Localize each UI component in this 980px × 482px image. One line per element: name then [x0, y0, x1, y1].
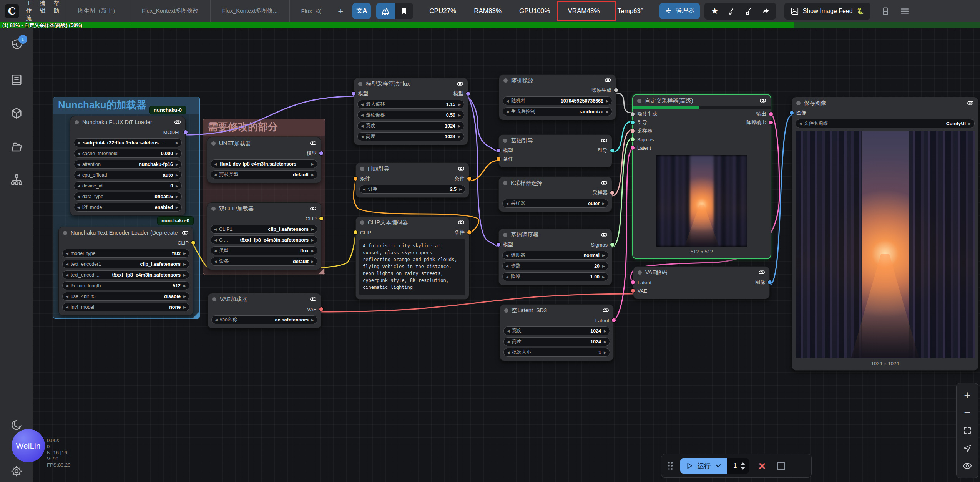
zoom-in-icon[interactable]: +: [959, 386, 976, 404]
collapse-dot[interactable]: [75, 120, 79, 124]
widget-arrow-left[interactable]: ◀: [214, 173, 217, 177]
pin-link-icon[interactable]: [310, 206, 317, 211]
widget-C ...[interactable]: ◀C ...t5xxl_fp8_e4m3fn.safetensors▶: [211, 235, 317, 244]
node-custom-sampler-adv[interactable]: 自定义采样器(高级)噪波生成输出引导降噪输出采样器SigmasLatent512…: [632, 94, 771, 259]
weilin-avatar-button[interactable]: WeiLin: [12, 429, 45, 462]
widget-vae名称[interactable]: ◀vae名称ae.safetensors▶: [211, 315, 317, 324]
input-slot-模型[interactable]: 模型: [497, 147, 513, 154]
output-slot-CLIP[interactable]: CLIP: [306, 216, 323, 222]
settings-gear-icon[interactable]: [8, 463, 25, 480]
widget-arrow-right[interactable]: ▶: [606, 110, 609, 114]
widget-arrow-left[interactable]: ◀: [215, 318, 218, 322]
pin-link-icon[interactable]: [602, 308, 609, 313]
widget-arrow-right[interactable]: ▶: [311, 227, 314, 231]
collapse-dot[interactable]: [638, 270, 642, 275]
widget-arrow-left[interactable]: ◀: [77, 162, 80, 166]
drag-handle-icon[interactable]: [668, 461, 673, 470]
widget-生成后控制[interactable]: ◀生成后控制randomize▶: [503, 107, 612, 116]
widget-高度[interactable]: ◀高度1024▶: [357, 132, 464, 141]
widget-arrow-right[interactable]: ▶: [176, 195, 178, 199]
star-icon[interactable]: ★: [707, 3, 723, 19]
widget-arrow-left[interactable]: ◀: [77, 205, 80, 209]
pin-link-icon[interactable]: [182, 230, 189, 235]
widget-arrow-left[interactable]: ◀: [66, 273, 68, 277]
widget-arrow-left[interactable]: ◀: [66, 305, 68, 309]
widget-arrow-right[interactable]: ▶: [458, 124, 461, 128]
select-cursor-icon[interactable]: [959, 439, 976, 457]
new-tab-button[interactable]: +: [332, 0, 349, 22]
input-slot-采样器[interactable]: 采样器: [631, 128, 652, 134]
output-slot-降噪输出[interactable]: 降噪输出: [746, 119, 773, 126]
collapse-dot[interactable]: [63, 231, 67, 235]
node-title-bar[interactable]: VAE加载器: [208, 293, 321, 305]
widget-降噪[interactable]: ◀降噪1.00▶: [502, 272, 608, 281]
node-title-bar[interactable]: VAE解码: [633, 267, 769, 278]
pin-link-icon[interactable]: [601, 138, 608, 143]
widget-arrow-left[interactable]: ◀: [506, 264, 508, 268]
node-title-bar[interactable]: Nunchaku Text Encoder Loader (Deprecated…: [59, 227, 193, 239]
node-title-bar[interactable]: Flux引导: [356, 163, 469, 174]
widget-arrow-right[interactable]: ▶: [311, 173, 314, 177]
output-slot-噪波生成[interactable]: 噪波生成: [591, 87, 618, 94]
widget-arrow-left[interactable]: ◀: [506, 99, 509, 103]
widget-arrow-right[interactable]: ▶: [183, 305, 186, 309]
widget-设备[interactable]: ◀设备default▶: [211, 257, 317, 266]
menu-item-1[interactable]: 编辑: [38, 0, 47, 22]
hamburger-menu-icon[interactable]: [897, 3, 913, 19]
pin-link-icon[interactable]: [310, 141, 317, 146]
widget-use_4bit_t5[interactable]: ◀use_4bit_t5disable▶: [62, 292, 189, 301]
stop-button[interactable]: [775, 462, 787, 470]
widget-arrow-left[interactable]: ◀: [363, 187, 365, 191]
widget-model_type[interactable]: ◀model_typeflux▶: [62, 249, 189, 258]
widget-arrow-left[interactable]: ◀: [506, 202, 508, 205]
node-ksampler-select[interactable]: K采样器选择采样器◀采样器euler▶: [498, 177, 612, 212]
widget-i2f_mode[interactable]: ◀i2f_modeenabled▶: [74, 203, 182, 212]
widget-attention[interactable]: ◀attentionnunchaku-fp16▶: [74, 160, 182, 169]
widget-arrow-right[interactable]: ▶: [458, 135, 461, 139]
widget-arrow-left[interactable]: ◀: [507, 351, 510, 354]
widget-data_type[interactable]: ◀data_typebfloat16▶: [74, 192, 182, 201]
collapse-dot[interactable]: [212, 297, 216, 301]
widget-arrow-right[interactable]: ▶: [602, 202, 605, 205]
output-slot-条件[interactable]: 条件: [455, 229, 471, 236]
pin-link-icon[interactable]: [458, 166, 465, 171]
widget-步数[interactable]: ◀步数20▶: [502, 262, 608, 270]
widget-arrow-right[interactable]: ▶: [311, 249, 314, 253]
input-slot-Latent[interactable]: Latent: [631, 145, 651, 151]
widget-arrow-left[interactable]: ◀: [506, 275, 508, 279]
pin-link-icon[interactable]: [601, 180, 608, 186]
widget-arrow-right[interactable]: ▶: [968, 122, 971, 126]
pin-link-icon[interactable]: [758, 270, 765, 275]
widget-cache_threshold[interactable]: ◀cache_threshold0.000▶: [74, 149, 182, 158]
widget-宽度[interactable]: ◀宽度1024▶: [503, 326, 610, 335]
widget-arrow-right[interactable]: ▶: [458, 113, 461, 117]
widget-arrow-left[interactable]: ◀: [361, 103, 364, 106]
model-library-icon[interactable]: [8, 105, 25, 122]
widget-基础偏移[interactable]: ◀基础偏移0.50▶: [357, 111, 464, 119]
widget-类型[interactable]: ◀类型flux▶: [211, 246, 317, 255]
output-slot-CLIP[interactable]: CLIP: [178, 240, 195, 246]
pin-link-icon[interactable]: [310, 296, 317, 302]
input-slot-条件[interactable]: 条件: [497, 156, 513, 162]
output-slot-Sigmas[interactable]: Sigmas: [591, 242, 614, 248]
output-slot-模型[interactable]: 模型: [307, 150, 323, 157]
collapse-dot[interactable]: [211, 207, 216, 211]
node-random-noise[interactable]: 随机噪波噪波生成◀随机种1070459250736668▶◀生成后控制rando…: [499, 74, 616, 120]
input-slot-Latent[interactable]: Latent: [631, 280, 651, 285]
node-vae-decode[interactable]: VAE解码Latent图像VAE: [633, 266, 770, 299]
widget-arrow-right[interactable]: ▶: [183, 252, 186, 255]
widget-text_encod ...[interactable]: ◀text_encod ...t5xxl_fp8_e4m3fn.safetens…: [62, 270, 189, 279]
node-title-bar[interactable]: 模型采样算法Flux: [354, 78, 468, 89]
widget-arrow-right[interactable]: ▶: [176, 184, 178, 188]
input-slot-模型[interactable]: 模型: [497, 241, 513, 248]
group-resize-handle[interactable]: [193, 312, 199, 318]
widget-arrow-right[interactable]: ▶: [459, 187, 462, 191]
pin-link-icon[interactable]: [605, 78, 611, 83]
output-slot-MODEL[interactable]: MODEL: [163, 129, 188, 135]
widget-arrow-left[interactable]: ◀: [66, 252, 68, 255]
widget-arrow-left[interactable]: ◀: [507, 329, 510, 333]
collapse-dot[interactable]: [503, 233, 507, 237]
collapse-dot[interactable]: [360, 220, 364, 225]
output-slot-图像[interactable]: 图像: [755, 279, 772, 286]
collapse-dot[interactable]: [504, 308, 508, 313]
